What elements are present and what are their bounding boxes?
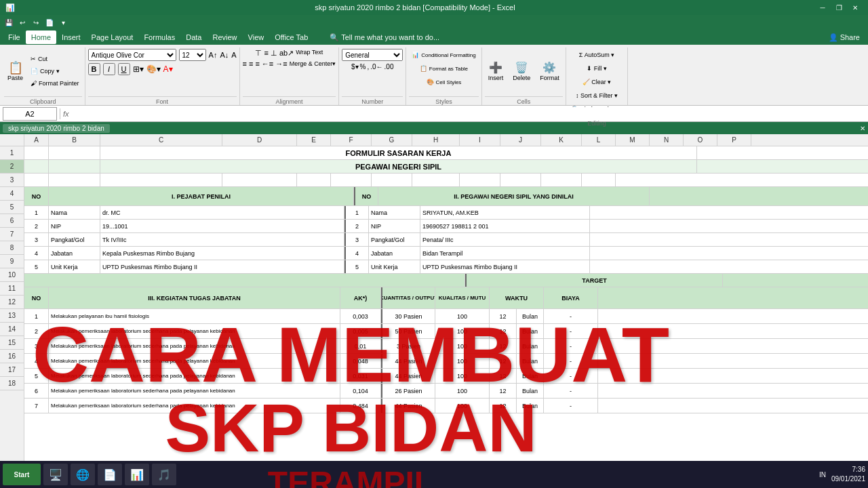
col-header-m[interactable]: M — [616, 134, 650, 146]
taskbar-item-4[interactable]: 🎵 — [152, 464, 176, 485]
cell-h14[interactable]: 3 Pasien — [381, 339, 435, 353]
cell-j5[interactable]: SRIYATUN, AM.KEB — [420, 206, 590, 219]
cell-j14[interactable]: 12 — [490, 339, 517, 353]
print-button[interactable]: 📄 — [43, 16, 56, 28]
formula-input[interactable] — [72, 107, 865, 121]
col-header-b[interactable]: B — [49, 134, 100, 146]
cell-k13[interactable]: - — [544, 324, 598, 338]
decrease-indent-button[interactable]: ←≡ — [262, 60, 273, 68]
cell-g11[interactable]: AK*) — [340, 287, 381, 308]
bold-button[interactable]: B — [88, 63, 100, 75]
menu-review[interactable]: Review — [207, 30, 242, 44]
cell-a12[interactable]: 1 — [24, 309, 49, 323]
delete-button[interactable]: 🗑️ Delete — [509, 54, 534, 89]
cell-h4[interactable]: NO — [354, 187, 378, 205]
cell-g15[interactable]: 0,048 — [340, 354, 381, 368]
col-header-f[interactable]: F — [331, 134, 372, 146]
col-header-g[interactable]: G — [372, 134, 412, 146]
cell-a11[interactable]: NO — [24, 287, 49, 308]
row-num-15[interactable]: 15 — [0, 336, 24, 350]
cell-b14[interactable]: Melakukan pemeriksaan laboratorium seder… — [49, 339, 340, 353]
row-num-8[interactable]: 8 — [0, 241, 24, 255]
taskbar-item-3[interactable]: 📊 — [125, 464, 149, 485]
row-num-3[interactable]: 3 — [0, 174, 24, 187]
cell-c6[interactable]: 19...1001 — [100, 220, 344, 232]
cell-h9[interactable]: 5 — [344, 260, 369, 273]
cell-h5[interactable]: 1 — [344, 206, 369, 219]
col-header-k[interactable]: K — [541, 134, 582, 146]
row-num-18[interactable]: 18 — [0, 377, 24, 390]
row-num-13[interactable]: 13 — [0, 309, 24, 323]
row-num-9[interactable]: 9 — [0, 255, 24, 268]
restore-button[interactable]: ❐ — [831, 2, 846, 13]
font-color-button[interactable]: A▾ — [163, 64, 173, 74]
cell-b8[interactable]: Jabatan — [49, 247, 100, 260]
cell-j12[interactable]: 12 — [490, 309, 517, 323]
clear-button[interactable]: 🧹 Clear ▾ — [580, 76, 614, 88]
sort-filter-button[interactable]: ↕ Sort & Filter ▾ — [573, 89, 620, 102]
cell-d3[interactable] — [222, 174, 297, 186]
row-num-12[interactable]: 12 — [0, 296, 24, 309]
cell-a1[interactable] — [24, 146, 49, 159]
cell-i3[interactable] — [460, 174, 500, 186]
format-table-button[interactable]: 📋Format as Table — [417, 62, 471, 75]
cell-k12[interactable]: - — [544, 309, 598, 323]
taskbar-item-1[interactable]: 🌐 — [71, 464, 95, 485]
cell-c1[interactable]: FORMULIR SASARAN KERJA — [100, 146, 697, 159]
row-num-11[interactable]: 11 — [0, 282, 24, 296]
border-button[interactable]: ⊞▾ — [133, 64, 144, 74]
col-header-l[interactable]: L — [582, 134, 616, 146]
cell-a14[interactable]: 3 — [24, 339, 49, 353]
align-middle-button[interactable]: ≡ — [264, 49, 268, 58]
cell-jj13[interactable]: Bulan — [517, 324, 544, 338]
minimize-button[interactable]: ─ — [815, 2, 830, 13]
cell-e3[interactable] — [297, 174, 331, 186]
cell-b9[interactable]: Unit Kerja — [49, 260, 100, 273]
cell-j18[interactable]: 12 — [490, 399, 517, 413]
close-button[interactable]: ✕ — [848, 2, 863, 13]
cell-h3[interactable] — [412, 174, 460, 186]
menu-data[interactable]: Data — [180, 30, 207, 44]
row-num-7[interactable]: 7 — [0, 228, 24, 241]
increase-indent-button[interactable]: →≡ — [275, 60, 287, 68]
cell-h7[interactable]: 3 — [344, 233, 369, 246]
wrap-text-button[interactable]: Wrap Text — [296, 49, 323, 58]
cell-h17[interactable]: 26 Pasien — [381, 384, 435, 398]
dropdown-button[interactable]: ▾ — [57, 16, 69, 28]
cell-g16[interactable]: 0,031 — [340, 369, 381, 383]
cell-a9[interactable]: 5 — [24, 260, 49, 273]
conditional-formatting-button[interactable]: 📊Conditional Formatting — [409, 49, 478, 61]
cell-a7[interactable]: 3 — [24, 233, 49, 246]
comma-button[interactable]: , — [367, 63, 369, 70]
cell-styles-button[interactable]: 🎨Cell Styles — [424, 76, 465, 88]
cell-k15[interactable]: - — [544, 354, 598, 368]
cell-j17[interactable]: 12 — [490, 384, 517, 398]
menu-search[interactable]: 🔍 Tell me what you want to do... — [324, 30, 445, 44]
align-top-button[interactable]: ⊤ — [255, 49, 262, 58]
row-num-1[interactable]: 1 — [0, 146, 24, 160]
cell-jj14[interactable]: Bulan — [517, 339, 544, 353]
cell-a17[interactable]: 6 — [24, 384, 49, 398]
cell-b6[interactable]: NIP — [49, 220, 100, 232]
start-button[interactable]: Start — [3, 464, 41, 485]
cell-f3[interactable] — [331, 174, 372, 186]
row-num-17[interactable]: 17 — [0, 363, 24, 377]
row-num-4[interactable]: 4 — [0, 187, 24, 201]
cell-j9[interactable]: UPTD Puskesmas Rimbo Bujang II — [420, 260, 590, 273]
row-num-2[interactable]: 2 — [0, 160, 24, 174]
decrease-decimal-button[interactable]: .0← — [370, 63, 382, 70]
fill-color-button[interactable]: 🎨▾ — [146, 64, 161, 74]
col-header-d[interactable]: D — [222, 134, 297, 146]
cell-j6[interactable]: 19690527 198811 2 001 — [420, 220, 590, 232]
cell-b5[interactable]: Nama — [49, 206, 100, 219]
cell-g18[interactable]: 0,484 — [340, 399, 381, 413]
merge-center-button[interactable]: Merge & Center▾ — [290, 60, 336, 67]
cell-k18[interactable]: - — [544, 399, 598, 413]
cell-b17[interactable]: Melakukan pemeriksaan laboratorium seder… — [49, 384, 340, 398]
cell-b12[interactable]: Melakukan pelayanan ibu hamil fisiologis — [49, 309, 340, 323]
clear-format-button[interactable]: A — [231, 51, 236, 59]
cell-h8[interactable]: 4 — [344, 247, 369, 260]
cell-j11[interactable]: WAKTU — [490, 287, 544, 308]
cell-g13[interactable]: 0,005 — [340, 324, 381, 338]
cell-b13[interactable]: Melakukan pemeriksaan laboratorium seder… — [49, 324, 340, 338]
